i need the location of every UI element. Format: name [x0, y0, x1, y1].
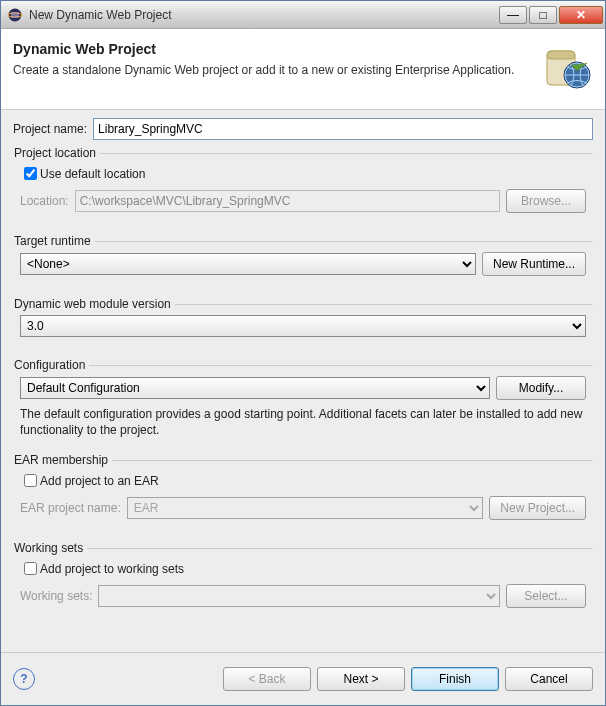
use-default-location-checkbox[interactable]: [24, 167, 37, 180]
add-to-ear-label: Add project to an EAR: [40, 474, 159, 488]
new-runtime-button[interactable]: New Runtime...: [482, 252, 586, 276]
web-module-version-select[interactable]: 3.0: [20, 315, 586, 337]
target-runtime-select[interactable]: <None>: [20, 253, 476, 275]
cancel-button[interactable]: Cancel: [505, 667, 593, 691]
footer: ? < Back Next > Finish Cancel: [1, 652, 605, 705]
svg-rect-3: [547, 51, 575, 59]
help-icon: ?: [20, 672, 27, 686]
configuration-legend: Configuration: [14, 358, 89, 372]
target-runtime-legend: Target runtime: [14, 234, 95, 248]
eclipse-icon: [7, 7, 23, 23]
minimize-button[interactable]: —: [499, 6, 527, 24]
banner-heading: Dynamic Web Project: [13, 41, 537, 57]
use-default-location-label: Use default location: [40, 167, 145, 181]
banner: Dynamic Web Project Create a standalone …: [1, 29, 605, 110]
working-sets-group: Working sets Add project to working sets…: [13, 541, 593, 625]
back-button: < Back: [223, 667, 311, 691]
add-to-ear-checkbox[interactable]: [24, 474, 37, 487]
titlebar[interactable]: New Dynamic Web Project — □ ✕: [1, 1, 605, 29]
add-to-working-sets-checkbox[interactable]: [24, 562, 37, 575]
project-name-input[interactable]: [93, 118, 593, 140]
working-sets-select: [98, 585, 500, 607]
window-controls: — □ ✕: [497, 6, 603, 24]
web-module-version-group: Dynamic web module version 3.0: [13, 297, 593, 354]
maximize-icon: □: [539, 8, 546, 22]
close-button[interactable]: ✕: [559, 6, 603, 24]
modify-button[interactable]: Modify...: [496, 376, 586, 400]
ear-membership-legend: EAR membership: [14, 453, 112, 467]
working-sets-label: Working sets:: [20, 589, 92, 603]
close-icon: ✕: [576, 8, 586, 22]
working-sets-legend: Working sets: [14, 541, 87, 555]
project-location-group: Project location Use default location Lo…: [13, 146, 593, 230]
maximize-button[interactable]: □: [529, 6, 557, 24]
browse-button: Browse...: [506, 189, 586, 213]
web-module-version-legend: Dynamic web module version: [14, 297, 175, 311]
wizard-icon: [537, 39, 593, 95]
select-working-sets-button: Select...: [506, 584, 586, 608]
location-input: [75, 190, 500, 212]
configuration-select[interactable]: Default Configuration: [20, 377, 490, 399]
next-button[interactable]: Next >: [317, 667, 405, 691]
target-runtime-group: Target runtime <None> New Runtime...: [13, 234, 593, 293]
project-name-label: Project name:: [13, 122, 87, 136]
window-title: New Dynamic Web Project: [29, 8, 497, 22]
ear-project-name-label: EAR project name:: [20, 501, 121, 515]
content-area: Project name: Project location Use defau…: [1, 110, 605, 652]
ear-membership-group: EAR membership Add project to an EAR EAR…: [13, 453, 593, 537]
configuration-group: Configuration Default Configuration Modi…: [13, 358, 593, 449]
minimize-icon: —: [507, 8, 519, 22]
finish-button[interactable]: Finish: [411, 667, 499, 691]
ear-project-name-select: EAR: [127, 497, 484, 519]
project-location-legend: Project location: [14, 146, 100, 160]
dialog-window: New Dynamic Web Project — □ ✕ Dynamic We…: [0, 0, 606, 706]
configuration-description: The default configuration provides a goo…: [20, 406, 586, 438]
help-button[interactable]: ?: [13, 668, 35, 690]
location-label: Location:: [20, 194, 69, 208]
add-to-working-sets-label: Add project to working sets: [40, 562, 184, 576]
banner-description: Create a standalone Dynamic Web project …: [13, 63, 537, 77]
new-ear-project-button: New Project...: [489, 496, 586, 520]
